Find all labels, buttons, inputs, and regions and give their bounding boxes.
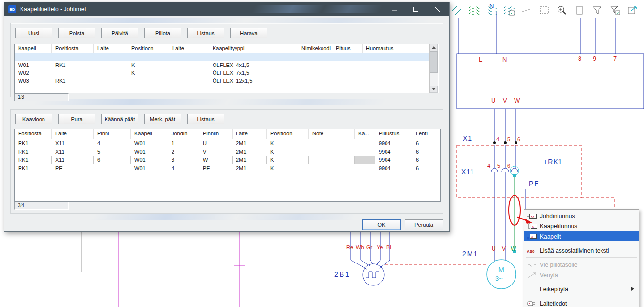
table-cell[interactable]: 2M1 xyxy=(233,164,267,173)
table-cell[interactable]: K xyxy=(267,156,309,164)
button-listaus[interactable]: Listaus xyxy=(187,28,224,38)
table-cell[interactable] xyxy=(94,164,131,173)
table-cell[interactable] xyxy=(169,61,209,69)
table-cell[interactable]: 2M1 xyxy=(233,139,267,148)
table-cell[interactable] xyxy=(309,164,355,173)
table-row[interactable]: RK1X115W012V2M1K99046 xyxy=(15,148,439,156)
column-header-laite[interactable]: Laite xyxy=(52,129,94,139)
hatch-lines-icon[interactable] xyxy=(450,3,463,17)
button-kaanna-paat[interactable]: Käännä päät xyxy=(101,114,138,124)
table-cell[interactable]: V xyxy=(199,148,233,156)
column-header-lehti[interactable]: Lehti xyxy=(412,129,439,139)
table-cell[interactable]: 6 xyxy=(412,148,439,156)
table-cell[interactable]: PE xyxy=(52,164,94,173)
dialog-titlebar[interactable]: ED Kaapeliluettelo - Johtimet xyxy=(4,2,449,16)
table-cell[interactable] xyxy=(355,164,375,173)
table-cell[interactable]: W01 xyxy=(131,164,168,173)
table-cell[interactable]: RK1 xyxy=(52,61,94,69)
table-cell[interactable]: 9904 xyxy=(375,156,412,164)
cancel-button[interactable]: Peruuta xyxy=(405,219,443,230)
column-header-pinniin[interactable]: Pinniin xyxy=(199,129,233,139)
table-cell[interactable] xyxy=(94,61,128,69)
column-header-laite[interactable]: Laite xyxy=(94,44,128,53)
filter-icon[interactable] xyxy=(590,3,604,17)
table-cell[interactable] xyxy=(309,148,355,156)
table-cell[interactable]: W xyxy=(199,156,233,164)
table-cell[interactable]: 4 xyxy=(94,139,131,148)
column-header-piirustus[interactable]: Piirustus xyxy=(375,129,412,139)
button-piilota[interactable]: Piilota xyxy=(144,28,181,38)
table-cell[interactable] xyxy=(169,77,209,85)
column-header-pinni[interactable]: Pinni xyxy=(94,129,131,139)
table-cell[interactable] xyxy=(169,69,209,77)
table-cell[interactable]: 6 xyxy=(94,156,131,164)
table-cell[interactable]: K xyxy=(267,139,309,148)
table-cell[interactable] xyxy=(52,69,94,77)
scroll-up-button[interactable] xyxy=(430,44,438,51)
table-cell[interactable]: ÖLFLEX 4x1,5 xyxy=(209,61,298,69)
column-header-positioon[interactable]: Positioon xyxy=(267,129,309,139)
table-cell[interactable] xyxy=(355,148,375,156)
column-header-positioon[interactable]: Positioon xyxy=(128,44,169,53)
table-cell[interactable]: K xyxy=(128,69,169,77)
maximize-button[interactable] xyxy=(405,2,427,16)
table-cell[interactable] xyxy=(169,53,209,61)
table-cell[interactable] xyxy=(332,53,363,61)
waves-teal-icon[interactable] xyxy=(485,3,498,17)
column-header-johdin[interactable]: Johdin xyxy=(168,129,199,139)
close-button[interactable] xyxy=(427,2,448,16)
table-cell[interactable]: 9904 xyxy=(375,164,412,173)
button-uusi[interactable]: Uusi xyxy=(15,28,52,38)
button-poista[interactable]: Poista xyxy=(58,28,95,38)
table-cell[interactable] xyxy=(332,69,363,77)
table-cell[interactable]: 9904 xyxy=(375,148,412,156)
filter-checked-icon[interactable] xyxy=(608,3,622,17)
column-header-laite[interactable]: Laite xyxy=(169,44,209,53)
table-cell[interactable] xyxy=(363,69,429,77)
table-cell[interactable]: K xyxy=(267,164,309,173)
column-header-kaapeli[interactable]: Kaapeli xyxy=(15,44,52,53)
scroll-thumb[interactable] xyxy=(430,51,438,73)
table-cell[interactable]: ÖLFLEX 12x1,5 xyxy=(209,77,298,85)
menu-item-kaapelitunnus[interactable]: xKaapelitunnus xyxy=(524,221,639,231)
table-cell[interactable]: 5 xyxy=(94,148,131,156)
zoom-window-icon[interactable] xyxy=(537,3,551,17)
button-listaus[interactable]: Listaus xyxy=(187,114,224,124)
table-cell[interactable]: X11 xyxy=(52,156,94,164)
table-cell[interactable]: RK1 xyxy=(15,164,52,173)
table-cell[interactable] xyxy=(363,53,429,61)
table-cell[interactable]: 6 xyxy=(412,164,439,173)
table-cell[interactable]: W01 xyxy=(131,148,168,156)
table-cell[interactable]: W03 xyxy=(15,77,52,85)
column-header-ka[interactable]: Kä... xyxy=(355,129,375,139)
table-row[interactable]: RK1X114W011U2M1K99046 xyxy=(15,139,439,148)
table-cell[interactable]: 3 xyxy=(168,156,199,164)
table-row[interactable]: W02KÖLFLEX 7x1,5 xyxy=(15,69,429,77)
table-cell[interactable]: X11 xyxy=(52,139,94,148)
table-cell[interactable]: 6 xyxy=(412,139,439,148)
table-cell[interactable]: RK1 xyxy=(15,148,52,156)
table-cell[interactable]: 4 xyxy=(168,164,199,173)
table-cell[interactable] xyxy=(363,61,429,69)
waves-checked-icon[interactable] xyxy=(502,3,516,17)
table-cell[interactable] xyxy=(309,156,355,164)
table-cell[interactable] xyxy=(355,139,375,148)
table-cell[interactable] xyxy=(94,77,128,85)
table-row[interactable]: W01RK1KÖLFLEX 4x1,5 xyxy=(15,61,429,69)
table-cell[interactable] xyxy=(52,53,94,61)
ok-button[interactable]: OK xyxy=(362,219,401,230)
table-row[interactable]: W03RK1ÖLFLEX 12x1,5 xyxy=(15,77,429,85)
table-cell[interactable] xyxy=(298,77,332,85)
table-row[interactable]: RK1PEW014PE2M1K99046 xyxy=(15,164,439,173)
table-cell[interactable]: K xyxy=(128,61,169,69)
table-cell[interactable]: RK1 xyxy=(52,77,94,85)
menu-item-lisaa-assosiatiivinen-teksti[interactable]: AS0Lisää assosiatiivinen teksti xyxy=(524,245,639,256)
table-cell[interactable] xyxy=(209,53,298,61)
button-merk-paat[interactable]: Merk. päät xyxy=(144,114,181,124)
table-cell[interactable]: 2M1 xyxy=(233,156,267,164)
table-row[interactable]: RK1X116W013W2M1K99046 xyxy=(15,156,439,164)
table-cell[interactable] xyxy=(298,53,332,61)
table-cell[interactable]: 2 xyxy=(168,148,199,156)
table-cell[interactable]: W01 xyxy=(131,156,168,164)
column-header-positiosta[interactable]: Positiosta xyxy=(15,129,52,139)
